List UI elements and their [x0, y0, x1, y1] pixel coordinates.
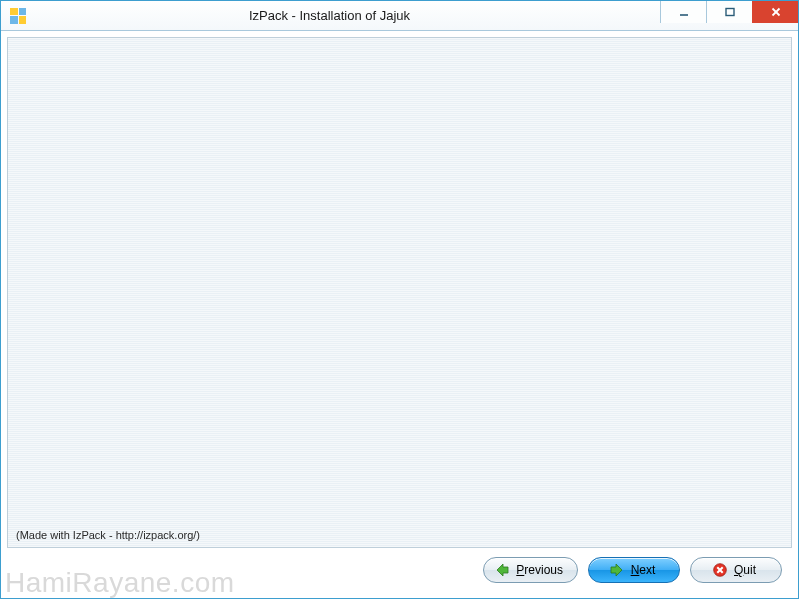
installer-window: IzPack - Installation of Jajuk (Made wit… [0, 0, 799, 599]
next-button-label: Next [631, 563, 656, 577]
window-controls [660, 1, 798, 23]
arrow-left-icon [494, 562, 510, 578]
window-title: IzPack - Installation of Jajuk [1, 8, 658, 23]
maximize-icon [724, 6, 736, 18]
previous-button-label: Previous [516, 563, 563, 577]
izpack-credit: (Made with IzPack - http://izpack.org/) [16, 529, 200, 541]
close-icon [770, 6, 782, 18]
close-circle-icon [712, 562, 728, 578]
minimize-button[interactable] [660, 1, 706, 23]
wizard-button-row: Previous Next Quit [7, 548, 792, 592]
arrow-right-icon [609, 562, 625, 578]
content-panel: (Made with IzPack - http://izpack.org/) [7, 37, 792, 548]
quit-button-label: Quit [734, 563, 756, 577]
quit-button[interactable]: Quit [690, 557, 782, 583]
titlebar: IzPack - Installation of Jajuk [1, 1, 798, 31]
previous-button[interactable]: Previous [483, 557, 578, 583]
minimize-icon [678, 6, 690, 18]
close-button[interactable] [752, 1, 798, 23]
svg-rect-1 [726, 9, 734, 16]
next-button[interactable]: Next [588, 557, 680, 583]
client-area: (Made with IzPack - http://izpack.org/) … [1, 31, 798, 598]
maximize-button[interactable] [706, 1, 752, 23]
